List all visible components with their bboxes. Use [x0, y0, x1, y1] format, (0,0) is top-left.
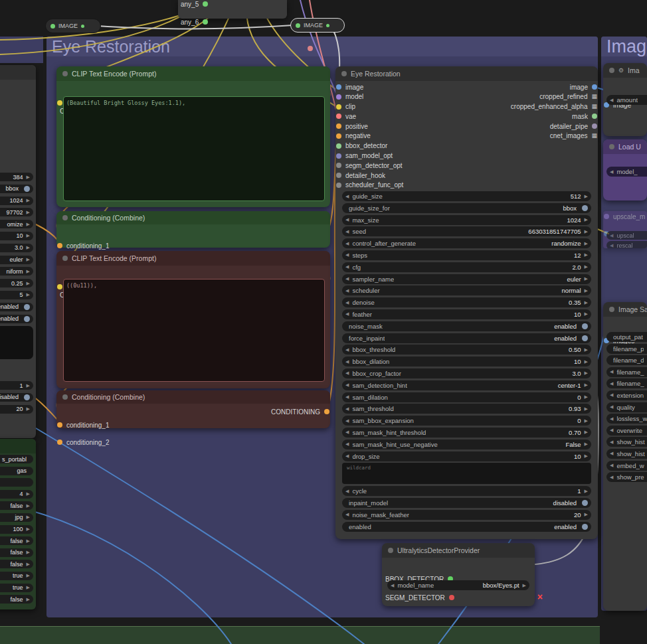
collapse-dot[interactable]: [296, 23, 300, 28]
widget-row[interactable]: ◀ ▶: [0, 478, 33, 487]
input-slot[interactable]: negative: [336, 132, 407, 140]
widget-row[interactable]: ◀ 100 ▶: [0, 525, 33, 534]
node-title-bar[interactable]: CLIP Text Encode (Prompt): [56, 251, 330, 266]
input-slot[interactable]: segm_detector_opt: [336, 161, 407, 169]
widget-row[interactable]: ◀ 384 ▶: [0, 173, 33, 181]
input-slot[interactable]: positive: [336, 122, 407, 130]
decrement-arrow[interactable]: ◀: [391, 583, 394, 588]
input-slot[interactable]: sam_model_opt: [336, 152, 407, 160]
toggle-knob[interactable]: [24, 186, 30, 192]
decrement-arrow[interactable]: ◀: [610, 243, 613, 248]
increment-arrow[interactable]: ▶: [27, 257, 30, 262]
widget-row[interactable]: ◀ sam_mask_hint_threshold 0.70 ▶: [342, 428, 591, 438]
widget-row[interactable]: ◀ quality ▶: [606, 402, 647, 412]
output-slot[interactable]: mask ▦: [568, 112, 597, 120]
widget-row[interactable]: ◀ gas ▶: [0, 467, 33, 475]
widget-row[interactable]: ◀ 1024 ▶: [0, 197, 33, 205]
increment-arrow[interactable]: ▶: [585, 418, 588, 424]
widget-row[interactable]: ◀ steps 12 ▶: [342, 250, 591, 260]
image-save-node[interactable]: Image Sa images ◀ output_pat ▶ ◀ filenam…: [603, 302, 647, 611]
decrement-arrow[interactable]: ◀: [345, 252, 349, 258]
widget-row[interactable]: ◀ 97702 ▶: [0, 208, 33, 216]
widget-row[interactable]: ◀ 1 ▶: [0, 381, 33, 390]
widget-row[interactable]: ◀ lossless_w ▶: [606, 414, 647, 424]
toggle-knob[interactable]: [582, 335, 588, 341]
collapse-dot[interactable]: [50, 24, 55, 29]
input-slot-dot[interactable]: [57, 100, 62, 106]
input-slot-dot[interactable]: [57, 422, 62, 428]
output-slot[interactable]: IMAGE: [0, 98, 35, 106]
toggle-knob[interactable]: [24, 304, 30, 310]
toggle-knob[interactable]: [582, 500, 588, 506]
group-title[interactable]: Images: [601, 37, 647, 56]
increment-arrow[interactable]: ▶: [585, 264, 588, 270]
node-title-bar[interactable]: Conditioning (Combine): [56, 390, 330, 404]
widget-row[interactable]: ◀ sam_bbox_expansion 0 ▶: [342, 416, 591, 426]
widget-row[interactable]: ◀ filename_p ▶: [606, 344, 647, 354]
conditioning-combine-negative-node[interactable]: Conditioning (Combine) conditioning_1 co…: [56, 390, 330, 428]
increment-arrow[interactable]: ▶: [585, 300, 588, 305]
widget-row[interactable]: ◀ sampler_name euler ▶: [342, 274, 591, 284]
output-slot-dot[interactable]: [592, 114, 597, 119]
decrement-arrow[interactable]: ◀: [610, 416, 613, 422]
input-slot[interactable]: bbox_detector: [336, 142, 407, 150]
decrement-arrow[interactable]: ◀: [345, 217, 349, 222]
widget-row[interactable]: ◀ sam_mask_hint_use_negative False ▶: [342, 440, 591, 449]
increment-arrow[interactable]: ▶: [27, 198, 30, 203]
increment-arrow[interactable]: ▶: [585, 370, 588, 376]
decrement-arrow[interactable]: ◀: [345, 394, 349, 400]
increment-arrow[interactable]: ▶: [27, 573, 30, 578]
widget-row[interactable]: ◀ 20 ▶: [0, 405, 33, 414]
decrement-arrow[interactable]: ◀: [345, 264, 349, 270]
input-slot-dot[interactable]: [336, 84, 341, 90]
increment-arrow[interactable]: ▶: [27, 383, 30, 388]
node-title-bar[interactable]: UltralyticsDetectorProvider: [382, 543, 535, 558]
decrement-arrow[interactable]: ◀: [345, 382, 349, 388]
widget-row[interactable]: ◀ filename_ ▶: [606, 378, 647, 388]
node-title-bar[interactable]: Eye Restoration: [335, 66, 598, 81]
input-slot-dot[interactable]: [336, 104, 341, 110]
decrement-arrow[interactable]: ◀: [345, 288, 349, 293]
output-slot[interactable]: SEGM_DETECTOR ×: [381, 594, 534, 602]
widget-row[interactable]: ◀ extension ▶: [606, 390, 647, 400]
output-slot[interactable]: any_5: [177, 0, 286, 8]
increment-arrow[interactable]: ▶: [27, 597, 30, 602]
widget-row[interactable]: ◀ drop_size 10 ▶: [342, 451, 591, 461]
widget-row[interactable]: ◀ 10 ▶: [0, 232, 33, 240]
toggle-knob[interactable]: [582, 323, 588, 329]
toggle-knob[interactable]: [582, 205, 588, 211]
widget-row[interactable]: ◀ guide_size_for bbox ▶: [342, 203, 591, 213]
toggle-knob[interactable]: [24, 394, 30, 400]
widget-row[interactable]: ◀ disabled ▶: [0, 393, 33, 402]
input-slot[interactable]: clip: [336, 103, 407, 111]
widget-row[interactable]: ◀ show_hist ▶: [606, 449, 647, 459]
left-partial-save-node[interactable]: ◀ s_portabl ▶ ◀ gas ▶ ◀ ▶ ◀ 4 ▶ ◀ false …: [0, 439, 36, 609]
increment-arrow[interactable]: ▶: [585, 512, 588, 517]
decrement-arrow[interactable]: ◀: [610, 98, 613, 103]
input-slot[interactable]: model: [336, 93, 407, 101]
increment-arrow[interactable]: ▶: [27, 222, 30, 227]
widget-row[interactable]: ◀ cycle 1 ▶: [342, 486, 591, 496]
increment-arrow[interactable]: ▶: [27, 292, 30, 297]
output-slot[interactable]: any_6: [177, 18, 286, 26]
widget-row[interactable]: ◀ false ▶: [0, 548, 33, 557]
output-slot-dot[interactable]: [449, 595, 454, 600]
widget-row[interactable]: ◀ false ▶: [0, 595, 33, 604]
node-title-bar[interactable]: Load U: [603, 139, 647, 154]
widget-row[interactable]: ◀ 5 ▶: [0, 291, 33, 299]
increment-arrow[interactable]: ▶: [585, 252, 588, 258]
widget-row[interactable]: ◀ wildcard ▶: [342, 463, 591, 484]
output-slot[interactable]: cropped_refined ▦: [535, 93, 597, 101]
decrement-arrow[interactable]: ◀: [345, 418, 349, 424]
collapse-dot[interactable]: [62, 394, 68, 400]
widget-row[interactable]: ◀ 3.0 ▶: [0, 244, 33, 252]
increment-arrow[interactable]: ▶: [585, 276, 588, 282]
input-slot-dot[interactable]: [57, 243, 62, 248]
decrement-arrow[interactable]: ◀: [610, 428, 613, 433]
decrement-arrow[interactable]: ◀: [610, 392, 613, 398]
decrement-arrow[interactable]: ◀: [610, 463, 613, 468]
increment-arrow[interactable]: ▶: [27, 526, 30, 532]
node-title-bar[interactable]: Image Sa: [603, 302, 647, 317]
input-slot-dot[interactable]: [336, 163, 341, 168]
input-slot[interactable]: image: [336, 83, 407, 91]
